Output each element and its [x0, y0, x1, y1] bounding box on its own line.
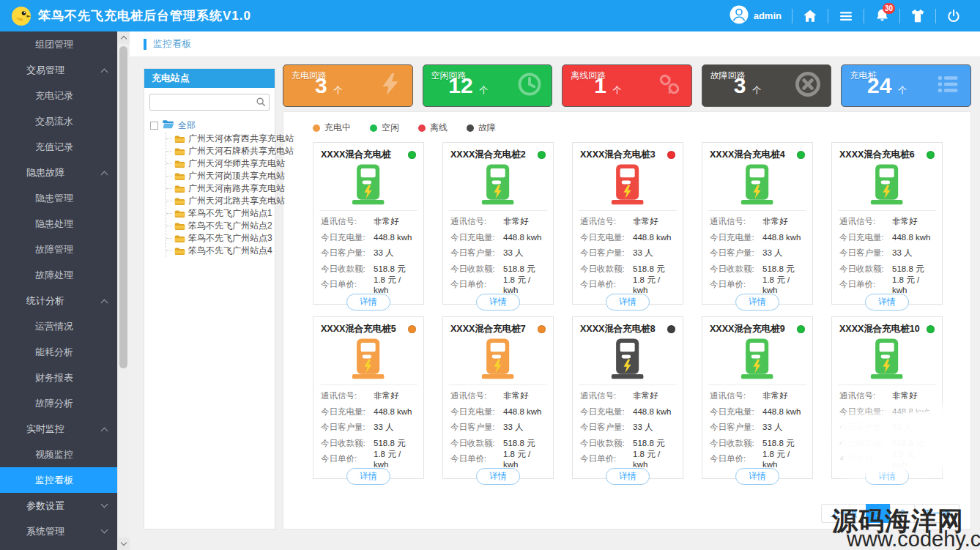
sidebar-item-能耗分析[interactable]: 能耗分析 — [0, 339, 117, 365]
charging-pile-icon — [478, 338, 519, 380]
pile-field-row: 今日充电量: 448.8 kwh — [580, 230, 675, 246]
sidebar-item-隐患故障[interactable]: 隐患故障 — [0, 160, 117, 185]
pile-field-row: 今日客户量: 33 人 — [710, 245, 805, 261]
detail-button[interactable]: 详情 — [346, 294, 390, 311]
station-panel-title: 充电站点 — [144, 69, 275, 88]
sidebar-scrollbar[interactable] — [117, 31, 129, 550]
pile-field-row: 通讯信号: 非常好 — [839, 214, 935, 230]
chevron-up-icon — [101, 69, 108, 76]
sidebar-item-故障管理[interactable]: 故障管理 — [0, 237, 117, 262]
pile-field-row: 今日单价: 1.8 元 / kwh — [321, 277, 416, 293]
detail-button[interactable]: 详情 — [476, 294, 520, 311]
status-legend: 充电中 空闲 离线 故障 — [313, 122, 970, 134]
pile-field-row: 今日客户量: 33 人 — [450, 245, 546, 261]
pile-name: XXXX混合充电桩2 — [450, 149, 526, 161]
pile-field-row: 通讯信号: 非常好 — [710, 388, 805, 404]
station-search-input[interactable] — [149, 94, 270, 111]
sidebar: 组团管理 交易管理 充电记录 交易流水 充值记录 隐患故障 隐患管理 隐患处理 … — [0, 31, 117, 550]
detail-button[interactable]: 详情 — [606, 468, 650, 485]
page-title: 监控看板 — [153, 37, 191, 51]
pile-card: XXXX混合充电桩 通讯信号: 非常好 今日充电量: 448.8 kwh 今日客… — [313, 142, 424, 305]
folder-icon — [174, 147, 185, 156]
app-title: 笨鸟不先飞充电桩后台管理系统V1.0 — [38, 7, 251, 24]
sidebar-item-监控看板[interactable]: 监控看板 — [0, 467, 117, 493]
stat-value: 1 — [594, 75, 606, 97]
pile-status-dot-icon — [538, 151, 546, 159]
tree-node-station[interactable]: 广州天河体育西共享充电站 — [166, 133, 272, 145]
sidebar-item-充电记录[interactable]: 充电记录 — [0, 83, 117, 108]
pile-name: XXXX混合充电桩5 — [321, 323, 396, 335]
detail-button[interactable]: 详情 — [346, 468, 390, 485]
tree-node-station[interactable]: 笨鸟不先飞广州站点4 — [166, 245, 272, 257]
pile-card: XXXX混合充电桩8 通讯信号: 非常好 今日充电量: 448.8 kwh 今日… — [572, 316, 683, 479]
tree-node-station[interactable]: 笨鸟不先飞广州站点3 — [166, 232, 272, 245]
sidebar-item-系统管理[interactable]: 系统管理 — [0, 519, 117, 544]
stat-card-故障回路: 故障回路 3 个 — [702, 64, 832, 107]
tree-node-station[interactable]: 笨鸟不先飞广州站点1 — [166, 207, 272, 220]
sidebar-item-视频监控[interactable]: 视频监控 — [0, 442, 117, 467]
station-tree-panel: 充电站点 全部 广州天河体育西共享充电站 广州天河石牌桥共享充电站 广州天河华师… — [144, 68, 275, 529]
logout-button[interactable] — [936, 0, 971, 31]
charging-pile-icon — [737, 338, 778, 380]
sidebar-item-故障分析[interactable]: 故障分析 — [0, 390, 117, 416]
collapse-menu-button[interactable] — [828, 0, 864, 31]
detail-button[interactable]: 详情 — [476, 468, 520, 485]
sidebar-item-交易流水[interactable]: 交易流水 — [0, 108, 117, 134]
watermark-blob — [839, 409, 956, 475]
sidebar-item-财务报表[interactable]: 财务报表 — [0, 365, 117, 390]
chevron-up-icon — [101, 300, 108, 307]
pile-field-row: 今日充电量: 448.8 kwh — [321, 230, 416, 246]
detail-button[interactable]: 详情 — [735, 468, 779, 485]
tree-node-station[interactable]: 广州天河南路共享充电站 — [166, 182, 272, 195]
scroll-up-button[interactable] — [118, 31, 130, 44]
sidebar-item-运营情况[interactable]: 运营情况 — [0, 313, 117, 339]
app-header: 笨鸟不先飞充电桩后台管理系统V1.0 admin 30 — [0, 0, 980, 31]
tree-node-station[interactable]: 广州天河华师共享充电站 — [166, 157, 272, 170]
sidebar-item-组团管理[interactable]: 组团管理 — [0, 31, 117, 57]
pile-field-row: 今日客户量: 33 人 — [710, 420, 805, 436]
checkbox[interactable] — [150, 122, 158, 130]
tshirt-icon — [910, 8, 926, 24]
pile-field-row: 今日客户量: 33 人 — [450, 420, 546, 436]
chevron-down-icon — [121, 540, 127, 546]
sidebar-item-参数设置[interactable]: 参数设置 — [0, 493, 117, 519]
bird-logo-icon — [10, 5, 32, 27]
tree-node-station[interactable]: 笨鸟不先飞广州站点2 — [166, 220, 272, 232]
folder-icon — [174, 247, 185, 256]
scroll-down-button[interactable] — [118, 538, 130, 550]
folder-icon — [174, 234, 185, 243]
pile-field-row: 今日单价: 1.8 元 / kwh — [710, 451, 805, 467]
sidebar-item-隐患管理[interactable]: 隐患管理 — [0, 185, 117, 211]
sidebar-item-故障处理[interactable]: 故障处理 — [0, 262, 117, 288]
sidebar-item-实时监控[interactable]: 实时监控 — [0, 416, 117, 442]
scrollbar-thumb[interactable] — [119, 46, 127, 368]
detail-button[interactable]: 详情 — [606, 294, 650, 311]
sidebar-item-隐患处理[interactable]: 隐患处理 — [0, 211, 117, 237]
charging-pile-icon — [737, 163, 778, 206]
x-circle-icon — [794, 70, 822, 101]
home-button[interactable] — [792, 0, 828, 31]
legend-item: 故障 — [467, 122, 496, 134]
pile-field-row: 今日单价: 1.8 元 / kwh — [450, 277, 546, 293]
pile-status-dot-icon — [927, 325, 935, 333]
sidebar-item-统计分析[interactable]: 统计分析 — [0, 288, 117, 313]
status-dot-icon — [313, 125, 320, 132]
legend-item: 离线 — [418, 122, 448, 134]
pile-field-row: 通讯信号: 非常好 — [839, 388, 935, 404]
detail-button[interactable]: 详情 — [735, 294, 779, 311]
tree-node-all[interactable]: 全部 — [150, 118, 272, 133]
hamburger-icon — [837, 7, 855, 25]
user-menu[interactable]: admin — [719, 5, 792, 26]
tree-node-station[interactable]: 广州天河石牌桥共享充电站 — [166, 145, 272, 157]
tree-node-station[interactable]: 广州天河岗顶共享充电站 — [166, 170, 272, 182]
sidebar-item-交易管理[interactable]: 交易管理 — [0, 57, 117, 83]
tree-node-station[interactable]: 广州天河北路共享充电站 — [166, 195, 272, 207]
stat-card-充电桩: 充电桩 24 个 — [841, 64, 971, 107]
notifications-button[interactable]: 30 — [864, 0, 899, 31]
pile-field-row: 今日单价: 1.8 元 / kwh — [580, 277, 675, 293]
pile-status-dot-icon — [797, 151, 805, 159]
sidebar-item-充值记录[interactable]: 充值记录 — [0, 134, 117, 160]
stat-value: 12 — [448, 75, 472, 97]
detail-button[interactable]: 详情 — [865, 294, 909, 311]
theme-button[interactable] — [900, 0, 935, 31]
